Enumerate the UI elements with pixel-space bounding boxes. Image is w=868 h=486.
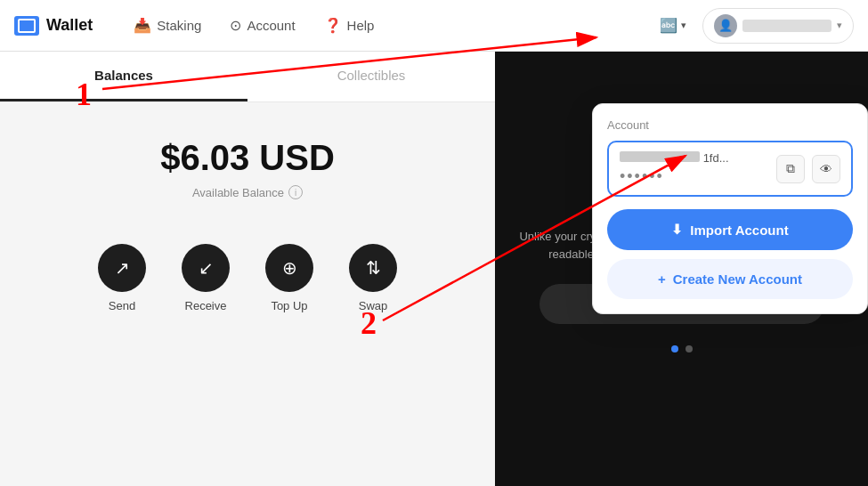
tabs: Balances Collectibles: [0, 52, 495, 102]
nav-right: 🔤 ▾ 👤 ▾: [651, 8, 854, 44]
left-panel: Balances Collectibles $6.03 USD Availabl…: [0, 52, 495, 486]
translate-icon: 🔤: [660, 17, 677, 34]
tab-balances[interactable]: Balances: [0, 52, 247, 101]
nav-item-account-label: Account: [247, 18, 295, 33]
topup-button[interactable]: ⊕ Top Up: [265, 244, 313, 312]
account-button[interactable]: 👤 ▾: [702, 8, 854, 44]
receive-button[interactable]: ↙ Receive: [182, 244, 230, 312]
dots-indicator: [671, 345, 693, 352]
tab-collectibles[interactable]: Collectibles: [247, 52, 495, 101]
help-icon: ❓: [324, 17, 342, 34]
dropdown-panel: Account 1fd... •••••• ⧉ 👁 ⬇ Import Accou…: [592, 103, 868, 314]
create-icon: +: [658, 271, 666, 287]
copy-button[interactable]: ⧉: [776, 155, 805, 183]
account-chevron-icon: ▾: [837, 20, 842, 31]
navbar: Wallet 📥 Staking ⊙ Account ❓ Help 🔤 ▾ 👤 …: [0, 0, 868, 52]
nav-item-account[interactable]: ⊙ Account: [217, 10, 307, 41]
balance-info-icon[interactable]: i: [288, 185, 303, 199]
avatar: 👤: [714, 14, 737, 37]
send-button[interactable]: ↗ Send: [98, 244, 146, 312]
dot-1: [671, 345, 678, 352]
swap-label: Swap: [359, 299, 388, 312]
import-icon: ⬇: [671, 222, 683, 238]
send-icon: ↗: [98, 244, 146, 292]
account-icon: ⊙: [230, 17, 241, 34]
nav-logo-label: Wallet: [46, 16, 93, 35]
dropdown-label: Account: [607, 118, 853, 132]
nav-item-help[interactable]: ❓ Help: [312, 10, 387, 41]
account-address-text: 1fd...: [620, 151, 729, 165]
account-card-actions: ⧉ 👁: [776, 155, 840, 183]
nav-items: 📥 Staking ⊙ Account ❓ Help: [121, 10, 651, 41]
receive-label: Receive: [185, 299, 227, 312]
dot-2: [685, 345, 693, 352]
swap-button[interactable]: ⇅ Swap: [349, 244, 397, 312]
nav-item-staking-label: Staking: [157, 18, 201, 33]
account-dots: ••••••: [620, 167, 729, 186]
nav-item-staking[interactable]: 📥 Staking: [121, 10, 214, 41]
nav-item-help-label: Help: [347, 18, 375, 33]
translate-button[interactable]: 🔤 ▾: [651, 12, 695, 39]
account-card: 1fd... •••••• ⧉ 👁: [607, 141, 853, 197]
balance-section: $6.03 USD Available Balance i: [0, 102, 495, 217]
create-label: Create New Account: [673, 271, 802, 287]
send-label: Send: [109, 299, 135, 312]
action-buttons: ↗ Send ↙ Receive ⊕ Top Up ⇅ Swap: [0, 217, 495, 321]
create-account-button[interactable]: + Create New Account: [607, 259, 853, 299]
chevron-down-icon: ▾: [681, 20, 686, 31]
balance-amount: $6.03 USD: [18, 138, 477, 178]
nav-logo: Wallet: [14, 16, 93, 36]
account-short: 1fd...: [703, 151, 729, 165]
account-info: 1fd... ••••••: [620, 151, 729, 186]
wallet-logo-icon: [14, 16, 39, 36]
swap-icon: ⇅: [349, 244, 397, 292]
balance-label: Available Balance i: [18, 185, 477, 199]
hide-button[interactable]: 👁: [812, 155, 840, 183]
topup-label: Top Up: [271, 299, 307, 312]
receive-icon: ↙: [182, 244, 230, 292]
import-account-button[interactable]: ⬇ Import Account: [607, 209, 853, 250]
main-content: Balances Collectibles $6.03 USD Availabl…: [0, 52, 868, 486]
import-label: Import Account: [690, 223, 788, 238]
account-address: [742, 20, 831, 32]
staking-icon: 📥: [134, 17, 151, 34]
topup-icon: ⊕: [265, 244, 313, 292]
